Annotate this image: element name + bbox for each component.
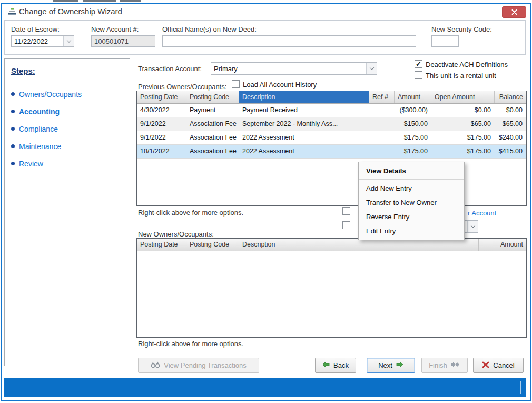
- background-text-fragment: [83, 0, 116, 2]
- previous-hint-text: Right-click above for more options.: [138, 209, 243, 217]
- close-icon: [511, 7, 517, 17]
- arrow-right-icon: [396, 361, 403, 369]
- background-text-fragment: [53, 0, 78, 2]
- menu-item-reverse-entry[interactable]: Reverse Entry: [359, 210, 464, 224]
- cell-open-amount: $175.00: [431, 145, 495, 158]
- official-names-field[interactable]: [162, 35, 416, 47]
- cell-ref: [369, 131, 395, 144]
- view-pending-transactions-label: View Pending Transactions: [164, 361, 247, 369]
- cell-description: 2022 Assessment: [239, 145, 369, 158]
- column-header-description[interactable]: Description: [239, 91, 369, 103]
- menu-item-add-new-entry[interactable]: Add New Entry: [359, 181, 464, 195]
- transfer-balance-checkbox[interactable]: [342, 207, 350, 215]
- transaction-account-dropdown-button[interactable]: [366, 63, 377, 74]
- cell-open-amount: $0.00: [431, 104, 495, 117]
- column-header-posting-date[interactable]: Posting Date: [137, 91, 186, 103]
- finish-label: Finish: [429, 361, 447, 369]
- view-pending-transactions-button[interactable]: View Pending Transactions: [138, 358, 259, 373]
- column-header-balance[interactable]: Balance: [495, 91, 526, 103]
- column-header-amount[interactable]: Amount: [479, 239, 526, 251]
- new-account-value: 100501071: [94, 37, 129, 45]
- grid-header-row: Posting Date Posting Code Description Am…: [137, 239, 526, 251]
- new-owners-grid: Posting Date Posting Code Description Am…: [136, 238, 527, 338]
- owner-account-label-fragment[interactable]: r Account: [468, 209, 496, 217]
- back-button[interactable]: Back: [315, 358, 356, 373]
- step-item-owners-occupants[interactable]: Owners/Occupants: [11, 85, 82, 103]
- table-row[interactable]: 4/30/2022 Payment Payment Received ($300…: [137, 104, 526, 117]
- table-row[interactable]: 9/1/2022 Association Fee September 2022 …: [137, 117, 526, 131]
- rental-unit-checkbox[interactable]: [415, 71, 422, 79]
- menu-item-view-details[interactable]: View Details: [359, 164, 464, 178]
- step-item-review[interactable]: Review: [11, 155, 82, 172]
- rental-unit-label[interactable]: This unit is a rental unit: [426, 72, 496, 80]
- menu-item-edit-entry[interactable]: Edit Entry: [359, 224, 464, 238]
- table-row-selected[interactable]: 10/1/2022 Association Fee 2022 Assessmen…: [137, 145, 526, 159]
- date-of-escrow-combobox[interactable]: 11/22/2022: [11, 35, 74, 47]
- bullet-icon: [11, 127, 15, 131]
- cell-open-amount: $175.00: [431, 131, 495, 144]
- column-header-posting-code[interactable]: Posting Code: [186, 239, 239, 251]
- load-all-history-checkbox[interactable]: [232, 80, 240, 88]
- new-owners-label: New Owners/Occupants:: [138, 230, 214, 238]
- column-header-posting-date[interactable]: Posting Date: [137, 239, 186, 251]
- cell-ref: [369, 104, 395, 117]
- cell-posting-date: 9/1/2022: [137, 131, 186, 144]
- cancel-button[interactable]: Cancel: [473, 358, 524, 373]
- covered-checkbox[interactable]: [342, 221, 350, 229]
- column-header-amount[interactable]: Amount: [395, 91, 431, 103]
- cell-balance: $65.00: [495, 117, 526, 131]
- menu-item-transfer-to-new-owner[interactable]: Transfer to New Owner: [359, 195, 464, 210]
- security-code-label: New Security Code:: [431, 25, 492, 33]
- date-of-escrow-value: 11/22/2022: [12, 37, 63, 45]
- security-code-field[interactable]: [431, 35, 459, 47]
- cell-description: Payment Received: [239, 104, 369, 117]
- next-label: Next: [378, 361, 392, 369]
- transaction-account-combobox[interactable]: Primary: [211, 62, 377, 75]
- date-of-escrow-label: Date of Escrow:: [11, 25, 60, 33]
- load-all-history-label[interactable]: Load All Account History: [243, 81, 317, 89]
- column-header-posting-code[interactable]: Posting Code: [186, 91, 239, 103]
- cell-open-amount: $65.00: [431, 117, 495, 131]
- step-item-accounting[interactable]: Accounting: [11, 103, 82, 120]
- column-header-description[interactable]: Description: [239, 239, 479, 251]
- bullet-icon: [11, 144, 15, 148]
- cell-posting-date: 4/30/2022: [137, 104, 186, 117]
- step-item-compliance[interactable]: Compliance: [11, 120, 82, 137]
- cell-posting-code: Association Fee: [186, 117, 239, 131]
- steps-list: Owners/Occupants Accounting Compliance M…: [11, 85, 82, 172]
- date-dropdown-button[interactable]: [63, 36, 74, 46]
- column-header-ref[interactable]: Ref #: [369, 91, 395, 103]
- cell-amount: ($300.00): [395, 104, 431, 117]
- step-label: Owners/Occupants: [19, 90, 82, 99]
- deactivate-ach-label[interactable]: Deactivate ACH Definitions: [426, 61, 508, 68]
- transaction-account-label: Transaction Account:: [138, 65, 202, 73]
- bullet-icon: [11, 162, 15, 165]
- close-button[interactable]: [502, 6, 526, 18]
- cell-balance: $240.00: [495, 131, 526, 144]
- window-title: Change of Ownership Wizard: [19, 7, 122, 16]
- step-label: Review: [19, 160, 43, 168]
- cell-amount: $150.00: [395, 117, 431, 131]
- new-account-field: 100501071: [91, 35, 155, 47]
- deactivate-ach-checkbox[interactable]: [415, 60, 422, 68]
- previous-owners-grid: Posting Date Posting Code Description Re…: [136, 91, 527, 206]
- cell-amount: $175.00: [395, 131, 431, 144]
- cell-description: 2022 Assessment: [239, 131, 369, 144]
- steps-panel: Steps: Owners/Occupants Accounting Compl…: [4, 58, 130, 366]
- cell-balance: $415.00: [495, 145, 526, 158]
- cell-ref: [369, 145, 395, 158]
- cell-amount: $175.00: [395, 145, 431, 158]
- covered-combobox-dropdown-button[interactable]: [467, 221, 478, 232]
- column-header-open-amount[interactable]: Open Amount: [431, 91, 495, 103]
- table-row[interactable]: 9/1/2022 Association Fee 2022 Assessment…: [137, 131, 526, 145]
- window-titlebar[interactable]: Change of Ownership Wizard: [2, 4, 530, 20]
- step-item-maintenance[interactable]: Maintenance: [11, 137, 82, 155]
- chevron-down-icon: [470, 223, 475, 228]
- step-label: Accounting: [19, 107, 60, 116]
- bullet-icon: [11, 92, 15, 96]
- transaction-account-value: Primary: [211, 65, 366, 73]
- next-button[interactable]: Next: [367, 358, 415, 373]
- status-bar-gripper: [520, 381, 521, 394]
- finish-button[interactable]: Finish: [421, 358, 468, 373]
- bullet-icon: [11, 110, 15, 113]
